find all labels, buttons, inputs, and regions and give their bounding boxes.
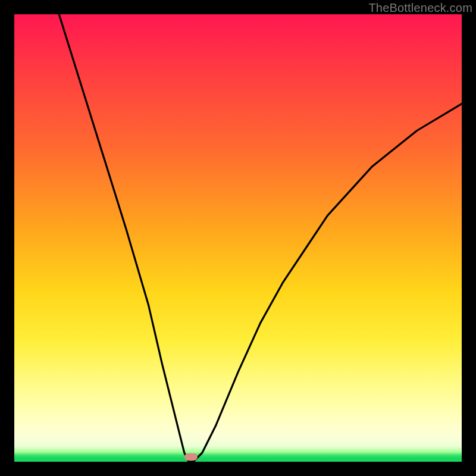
chart-frame: TheBottleneck.com — [0, 0, 476, 476]
curve-path — [59, 14, 462, 462]
watermark-text: TheBottleneck.com — [368, 1, 472, 15]
bottleneck-curve — [14, 14, 462, 462]
optimum-marker — [184, 453, 198, 461]
plot-area — [14, 14, 462, 462]
